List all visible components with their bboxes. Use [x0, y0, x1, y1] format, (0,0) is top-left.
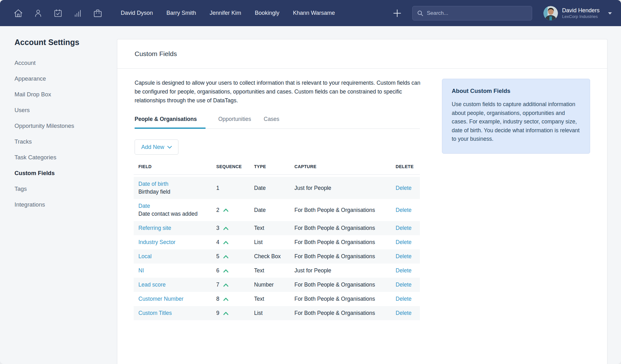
sidebar-item-appearance[interactable]: Appearance	[15, 71, 111, 87]
move-up-icon[interactable]	[223, 226, 229, 230]
capture-cell: For Both People & Organisations	[294, 239, 396, 246]
field-cell: Local	[138, 253, 216, 260]
table-header-row: FIELD SEQUENCE TYPE CAPTURE DELETE	[134, 164, 420, 175]
tab-bar: People & Organisations Opportunities Cas…	[135, 116, 420, 129]
sidebar-nav: Account Appearance Mail Drop Box Users O…	[15, 55, 111, 213]
add-plus-icon[interactable]	[392, 8, 403, 19]
nav-link[interactable]: Jennifer Kim	[210, 10, 241, 16]
column-header-type: TYPE	[254, 164, 294, 169]
tab-cases[interactable]: Cases	[264, 116, 280, 129]
chevron-down-icon	[167, 146, 172, 149]
field-cell: Industry Sector	[138, 238, 216, 246]
calendar-icon[interactable]	[53, 8, 63, 19]
field-name-link[interactable]: Referring site	[138, 224, 216, 232]
field-name-link[interactable]: NI	[138, 267, 216, 275]
capture-cell: Just for People	[294, 267, 396, 274]
add-new-button[interactable]: Add New	[135, 139, 178, 155]
capture-cell: For Both People & Organisations	[294, 207, 396, 213]
move-up-icon[interactable]	[223, 241, 229, 244]
nav-link[interactable]: David Dyson	[121, 10, 153, 16]
field-name-link[interactable]: Customer Number	[138, 295, 216, 303]
field-name-link[interactable]: Custom Titles	[138, 309, 216, 317]
column-header-delete: DELETE	[396, 164, 420, 169]
type-cell: List	[254, 310, 294, 316]
field-cell: Date Date contact was added	[138, 202, 216, 218]
top-navbar: David Dyson Barry Smith Jennifer Kim Boo…	[0, 0, 621, 26]
field-name-link[interactable]: Lead score	[138, 281, 216, 289]
sidebar-item-custom-fields[interactable]: Custom Fields	[15, 165, 111, 181]
type-cell: Text	[254, 267, 294, 274]
chevron-down-icon[interactable]	[608, 10, 612, 16]
field-description: Birthday field	[138, 188, 216, 196]
search-box	[412, 6, 532, 20]
field-name-link[interactable]: Industry Sector	[138, 238, 216, 246]
home-icon[interactable]	[13, 8, 24, 19]
search-input[interactable]	[427, 10, 527, 16]
briefcase-icon[interactable]	[92, 8, 103, 19]
move-up-icon[interactable]	[223, 297, 229, 301]
sequence-number: 7	[216, 282, 219, 288]
delete-link[interactable]: Delete	[396, 239, 420, 246]
delete-link[interactable]: Delete	[396, 225, 420, 231]
delete-link[interactable]: Delete	[396, 296, 420, 302]
move-up-icon[interactable]	[223, 255, 229, 259]
sequence-cell: 6	[216, 267, 254, 274]
sequence-cell: 9	[216, 310, 254, 316]
nav-quick-links: David Dyson Barry Smith Jennifer Kim Boo…	[121, 10, 335, 16]
sidebar-item-users[interactable]: Users	[15, 102, 111, 118]
move-up-icon[interactable]	[223, 311, 229, 315]
sidebar-item-mail-drop-box[interactable]: Mail Drop Box	[15, 87, 111, 102]
nav-link[interactable]: Bookingly	[255, 10, 279, 16]
sequence-number: 8	[216, 296, 219, 302]
stats-icon[interactable]	[73, 8, 83, 19]
delete-link[interactable]: Delete	[396, 282, 420, 288]
delete-link[interactable]: Delete	[396, 310, 420, 316]
delete-link[interactable]: Delete	[396, 207, 420, 213]
move-up-icon[interactable]	[223, 269, 229, 273]
delete-link[interactable]: Delete	[396, 253, 420, 260]
search-icon	[417, 10, 423, 16]
nav-icon-group	[13, 8, 103, 19]
table-row: Date of birth Birthday field 1 Date Just…	[134, 177, 420, 199]
sidebar-item-tracks[interactable]: Tracks	[15, 134, 111, 150]
sidebar-item-opportunity-milestones[interactable]: Opportunity Milestones	[15, 118, 111, 134]
sidebar-item-account[interactable]: Account	[15, 55, 111, 71]
add-new-label: Add New	[141, 144, 164, 151]
move-up-icon[interactable]	[223, 208, 229, 212]
sequence-cell: 1	[216, 185, 254, 191]
type-cell: Text	[254, 225, 294, 231]
sidebar-item-task-categories[interactable]: Task Categories	[15, 150, 111, 165]
sidebar-item-tags[interactable]: Tags	[15, 181, 111, 197]
field-cell: Customer Number	[138, 295, 216, 303]
sidebar-item-integrations[interactable]: Integrations	[15, 197, 111, 213]
navbar-right: David Henders LexCorp Industries	[392, 6, 612, 20]
delete-link[interactable]: Delete	[396, 185, 420, 191]
field-cell: Referring site	[138, 224, 216, 232]
person-icon[interactable]	[33, 8, 44, 19]
delete-link[interactable]: Delete	[396, 267, 420, 274]
table-row: Date Date contact was added 2 Date For B…	[134, 199, 420, 221]
user-organisation: LexCorp Industries	[562, 14, 600, 19]
sequence-number: 2	[216, 207, 219, 213]
field-name-link[interactable]: Local	[138, 253, 216, 260]
table-row: NI 6 Text Just for People Delete	[134, 264, 420, 278]
move-up-icon[interactable]	[223, 283, 229, 287]
type-cell: List	[254, 239, 294, 246]
sequence-number: 1	[216, 185, 219, 191]
field-cell: Date of birth Birthday field	[138, 180, 216, 196]
capture-cell: For Both People & Organisations	[294, 310, 396, 316]
type-cell: Date	[254, 185, 294, 191]
nav-link[interactable]: Khann Warsame	[293, 10, 335, 16]
user-menu[interactable]: David Henders LexCorp Industries	[543, 6, 612, 20]
tab-opportunities[interactable]: Opportunities	[218, 116, 251, 129]
about-box-title: About Custom Fields	[452, 88, 580, 94]
table-row: Referring site 3 Text For Both People & …	[134, 221, 420, 235]
tab-people-organisations[interactable]: People & Organisations	[135, 116, 206, 129]
nav-link[interactable]: Barry Smith	[166, 10, 196, 16]
sequence-cell: 8	[216, 296, 254, 302]
capture-cell: For Both People & Organisations	[294, 282, 396, 288]
field-name-link[interactable]: Date	[138, 202, 216, 210]
capture-cell: For Both People & Organisations	[294, 253, 396, 260]
field-name-link[interactable]: Date of birth	[138, 180, 216, 188]
custom-fields-panel: Custom Fields Capsule is designed to all…	[117, 39, 607, 364]
